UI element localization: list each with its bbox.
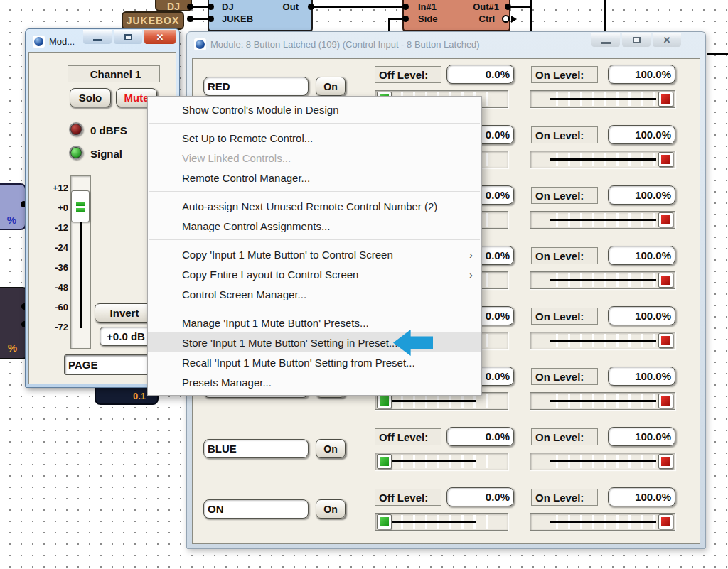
on-slider-handle[interactable] (658, 394, 673, 408)
menu-item[interactable]: Remote Control Manager... (148, 168, 481, 188)
on-slider-handle[interactable] (658, 273, 673, 288)
menu-item[interactable]: Auto-assign Next Unused Remote Control N… (148, 196, 481, 216)
menu-item[interactable]: Copy 'Input 1 Mute Button' to Control Sc… (148, 244, 481, 264)
menu-separator (148, 236, 481, 244)
on-level-value[interactable]: 100.0% (608, 125, 675, 144)
wire-dj-mixer (191, 6, 210, 8)
menu-item-label: Presets Manager... (182, 376, 272, 389)
slider-track (392, 521, 476, 523)
on-level-value[interactable]: 100.0% (608, 185, 675, 205)
maximize-button[interactable] (622, 33, 651, 47)
off-level-value[interactable]: 0.0% (446, 65, 514, 84)
menu-separator (148, 304, 481, 313)
slider-track (550, 340, 656, 342)
on-level-value[interactable]: 100.0% (608, 427, 675, 446)
processor-out2-label: Ctrl (479, 13, 495, 24)
menu-item[interactable]: Control Screen Manager... (148, 284, 481, 304)
on-level-slider[interactable] (530, 513, 675, 531)
on-level-value[interactable]: 100.0% (608, 487, 675, 506)
wire-right-edge (707, 53, 728, 55)
on-level-slider[interactable] (530, 392, 675, 410)
on-slider-handle[interactable] (658, 92, 673, 107)
menu-item-label: Recall 'Input 1 Mute Button' Setting fro… (182, 357, 415, 369)
on-slider-handle[interactable] (658, 212, 673, 227)
mixer-in2-label: JUKEB (222, 13, 253, 24)
on-handle-color (661, 276, 670, 285)
processor-port-ctrl[interactable] (502, 15, 510, 23)
on-level-slider[interactable] (530, 90, 675, 108)
on-slider-handle[interactable] (658, 333, 673, 348)
menu-item-label: Control Screen Manager... (182, 288, 306, 300)
on-handle-color (661, 155, 670, 164)
mixer-out-label: Out (283, 1, 299, 12)
off-slider-handle[interactable] (377, 514, 392, 529)
submenu-arrow-icon: › (469, 269, 473, 281)
app-icon (33, 36, 45, 48)
wire-vert-1 (530, 0, 532, 31)
slider-track (550, 98, 656, 100)
close-button[interactable]: ✕ (653, 33, 681, 47)
minimize-button[interactable] (592, 33, 620, 47)
menu-item[interactable]: Manage Control Assignments... (148, 216, 481, 236)
on-level-slider[interactable] (530, 271, 675, 289)
off-level-value[interactable]: 0.0% (446, 487, 514, 506)
off-level-slider[interactable] (375, 453, 508, 470)
slider-track (392, 460, 476, 462)
on-level-value[interactable]: 100.0% (608, 65, 675, 84)
on-button[interactable]: On (316, 439, 346, 458)
on-level-slider[interactable] (530, 151, 675, 168)
processor-in2-label: Side (418, 13, 437, 24)
menu-item[interactable]: Set Up to Remote Control... (148, 128, 481, 148)
on-handle-color (661, 517, 670, 526)
minimize-button[interactable] (83, 30, 112, 44)
on-level-slider[interactable] (530, 453, 675, 470)
channel-window-title: Mod... (49, 36, 75, 47)
off-slider-handle[interactable] (377, 394, 392, 408)
submenu-arrow-icon: › (469, 249, 473, 261)
processor-port-in1[interactable] (402, 4, 409, 10)
context-menu: Show Control's Module in DesignSet Up to… (147, 96, 482, 396)
on-button[interactable]: On (316, 499, 346, 519)
node-dj-label: DJ (167, 1, 180, 12)
menu-item-label: Manage 'Input 1 Mute Button' Presets... (182, 317, 369, 329)
off-level-value[interactable]: 0.0% (446, 427, 514, 446)
menu-item[interactable]: Copy Entire Layout to Control Screen› (148, 264, 481, 284)
menu-item[interactable]: View Linked Controls... (148, 148, 481, 168)
maximize-button[interactable] (114, 30, 142, 44)
button-name-field[interactable]: BLUE (203, 439, 309, 458)
menu-item[interactable]: Recall 'Input 1 Mute Button' Setting fro… (148, 352, 481, 372)
menu-item[interactable]: Show Control's Module in Design (148, 99, 481, 119)
on-slider-handle[interactable] (658, 514, 673, 529)
app-icon (194, 38, 206, 50)
on-button[interactable]: On (316, 77, 346, 96)
on-slider-handle[interactable] (658, 454, 673, 469)
wire-vert-2 (604, 0, 606, 31)
off-handle-color (380, 517, 389, 526)
menu-item[interactable]: Presets Manager... (148, 372, 481, 392)
on-level-value[interactable]: 100.0% (608, 306, 675, 325)
button-name-field[interactable]: ON (203, 499, 309, 519)
close-button[interactable]: ✕ (144, 30, 176, 44)
on-level-value[interactable]: 100.0% (608, 367, 675, 386)
processor-port-in2[interactable] (402, 16, 409, 22)
off-slider-handle[interactable] (377, 454, 392, 469)
node-processor[interactable]: In#1 Side Out#1 Ctrl (402, 0, 510, 31)
node-jukebox[interactable]: JUKEBOX (122, 11, 184, 30)
on-level-value[interactable]: 100.0% (608, 246, 675, 265)
slider-track (550, 158, 656, 161)
on-level-slider[interactable] (530, 211, 675, 229)
menu-item-label: Store 'Input 1 Mute Button' Setting in P… (182, 337, 397, 349)
menu-item[interactable]: Manage 'Input 1 Mute Button' Presets... (148, 313, 481, 332)
percent-bottom-label: % (8, 342, 17, 354)
slider-track (550, 400, 656, 402)
button-name-field[interactable]: RED (203, 77, 309, 96)
menu-separator (148, 119, 481, 128)
on-level-slider[interactable] (530, 332, 675, 349)
on-handle-color (661, 336, 670, 345)
on-slider-handle[interactable] (658, 152, 673, 167)
node-jukebox-label: JUKEBOX (127, 15, 180, 26)
node-mixer[interactable]: DJ JUKEB Out (208, 0, 313, 31)
design-canvas: DJ JUKEBOX DJ JUKEB Out In#1 Side Out#1 … (0, 0, 728, 569)
mixer-in1-label: DJ (222, 1, 234, 12)
off-level-slider[interactable] (375, 513, 508, 531)
